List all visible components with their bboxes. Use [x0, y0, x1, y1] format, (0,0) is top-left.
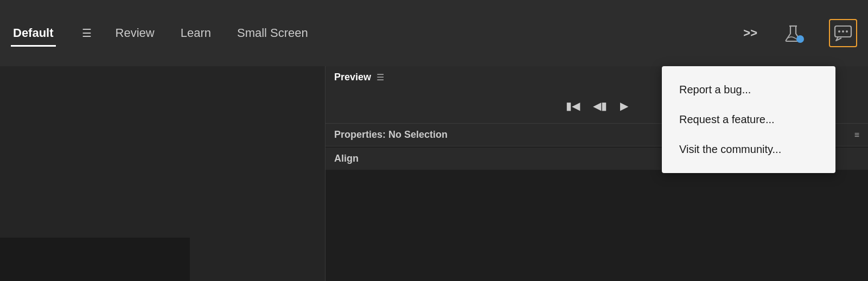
svg-point-4	[846, 30, 848, 33]
top-navigation-bar: Default ☰ Review Learn Small Screen >>	[0, 0, 868, 66]
request-feature-label: Request a feature...	[679, 113, 775, 125]
feedback-icon	[833, 23, 853, 43]
nav-item-small-screen[interactable]: Small Screen	[235, 22, 310, 44]
skip-to-start-button[interactable]: ▮◀	[564, 97, 582, 114]
nav-menu-icon[interactable]: ☰	[82, 27, 92, 40]
report-bug-item[interactable]: Report a bug...	[662, 75, 835, 105]
svg-point-3	[842, 30, 844, 33]
report-bug-label: Report a bug...	[679, 84, 751, 95]
bottom-left-box	[0, 238, 190, 281]
properties-menu-icon[interactable]: ≡	[854, 130, 859, 140]
visit-community-label: Visit the community...	[679, 143, 781, 155]
feedback-dropdown-menu: Report a bug... Request a feature... Vis…	[662, 66, 835, 173]
nav-item-review[interactable]: Review	[113, 22, 157, 44]
preview-title: Preview	[334, 72, 371, 83]
nav-item-default[interactable]: Default	[11, 22, 56, 44]
preview-menu-icon[interactable]: ☰	[376, 72, 384, 82]
svg-point-2	[838, 30, 840, 33]
labs-button[interactable]	[779, 19, 807, 47]
align-title: Align	[334, 153, 359, 164]
nav-label-small-screen: Small Screen	[237, 26, 308, 40]
feedback-button[interactable]	[829, 19, 857, 47]
nav-item-learn[interactable]: Learn	[178, 22, 213, 44]
step-back-button[interactable]: ◀▮	[591, 97, 609, 114]
play-button[interactable]: ▶	[618, 97, 630, 114]
request-feature-item[interactable]: Request a feature...	[662, 105, 835, 135]
left-panel	[0, 66, 326, 281]
nav-label-default: Default	[13, 26, 54, 40]
flask-dot-badge	[796, 35, 804, 43]
nav-more-chevron[interactable]: >>	[743, 26, 757, 40]
nav-label-review: Review	[116, 26, 155, 40]
properties-title: Properties: No Selection	[334, 129, 448, 140]
nav-label-learn: Learn	[181, 26, 211, 40]
visit-community-item[interactable]: Visit the community...	[662, 135, 835, 164]
